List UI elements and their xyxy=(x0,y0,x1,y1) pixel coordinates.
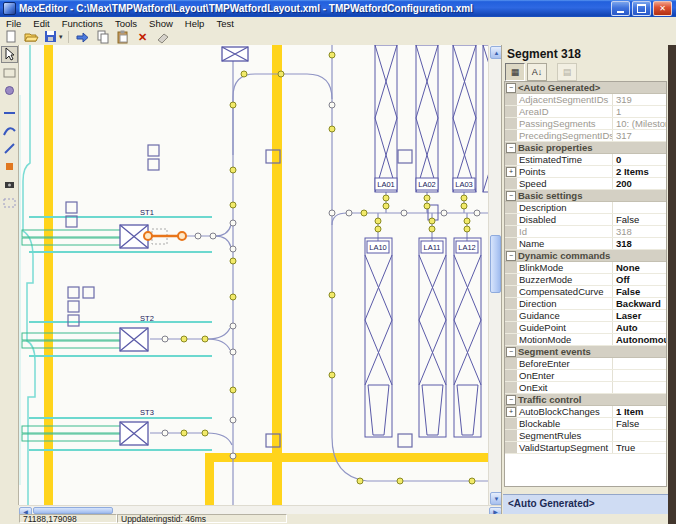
import-arrow-icon xyxy=(75,29,91,45)
cursor-icon xyxy=(2,47,17,62)
property-row[interactable]: +AutoBlockChanges1 Item xyxy=(505,406,666,418)
collapse-icon[interactable]: − xyxy=(506,143,516,153)
menu-show[interactable]: Show xyxy=(143,18,179,29)
pan-tool-button[interactable] xyxy=(1,82,18,99)
property-row[interactable]: OnEnter xyxy=(505,370,666,382)
property-row[interactable]: GuidanceLaser xyxy=(505,310,666,322)
help-splitter[interactable] xyxy=(502,487,669,494)
property-row[interactable]: BlinkModeNone xyxy=(505,262,666,274)
property-row[interactable]: EstimatedTime0 xyxy=(505,154,666,166)
paste-button[interactable] xyxy=(114,30,132,45)
delete-button[interactable]: ✕ xyxy=(134,30,152,45)
property-row[interactable]: BuzzerModeOff xyxy=(505,274,666,286)
property-row[interactable]: Id318 xyxy=(505,226,666,238)
point-icon xyxy=(2,159,17,174)
menu-edit[interactable]: Edit xyxy=(27,18,55,29)
station-boxes[interactable] xyxy=(120,47,248,445)
property-row[interactable]: +Points2 Items xyxy=(505,166,666,178)
select-tool-button[interactable] xyxy=(1,46,18,63)
paste-icon xyxy=(115,29,131,45)
save-button[interactable] xyxy=(42,30,60,45)
property-pages-button[interactable]: ▤ xyxy=(557,63,577,81)
point-tool-button[interactable] xyxy=(1,158,18,175)
status-bar: 71188,179098 Uppdateringstid: 46ms xyxy=(0,514,668,524)
menu-functions[interactable]: Functions xyxy=(56,18,109,29)
station-tool-button[interactable] xyxy=(1,176,18,193)
property-row[interactable]: BeforeEnter xyxy=(505,358,666,370)
property-row[interactable]: PassingSegments10: (Milestone 1104 mm( xyxy=(505,118,666,130)
expand-icon[interactable]: + xyxy=(506,167,516,177)
property-row[interactable]: DirectionBackward xyxy=(505,298,666,310)
open-file-button[interactable] xyxy=(22,30,40,45)
straight-line-icon xyxy=(2,105,17,120)
menu-file[interactable]: File xyxy=(0,18,27,29)
main-toolbar: ▾ ✕ xyxy=(0,29,676,45)
property-row[interactable]: OnExit xyxy=(505,382,666,394)
menu-tools[interactable]: Tools xyxy=(109,18,143,29)
title-bar[interactable]: MaxEditor - C:\Max\TMPWatford\Layout\TMP… xyxy=(0,0,676,17)
property-row[interactable]: DisabledFalse xyxy=(505,214,666,226)
layout-canvas-viewport[interactable]: ST1 ST2 ST3 LA01 LA02 LA03 LA10 LA11 LA1… xyxy=(19,45,488,505)
diagonal-segment-tool-button[interactable] xyxy=(1,140,18,157)
category-traffic-control[interactable]: −Traffic control xyxy=(505,394,666,406)
collapse-icon[interactable]: − xyxy=(506,191,516,201)
canvas-vertical-scrollbar[interactable]: ▲ ▼ xyxy=(488,45,501,505)
category-segment-events[interactable]: −Segment events xyxy=(505,346,666,358)
eraser-button[interactable] xyxy=(154,30,172,45)
category-dynamic-commands[interactable]: −Dynamic commands xyxy=(505,250,666,262)
property-row[interactable]: BlockableFalse xyxy=(505,418,666,430)
alphabetical-view-button[interactable]: A↓ xyxy=(527,63,547,81)
property-row[interactable]: AdjacentSegmentIDs319 xyxy=(505,94,666,106)
diagonal-line-icon xyxy=(2,141,17,156)
save-dropdown-arrow[interactable]: ▾ xyxy=(59,33,63,41)
minimize-button[interactable] xyxy=(611,1,630,16)
waypoint-nodes[interactable] xyxy=(162,102,480,459)
milestone-nodes[interactable] xyxy=(181,52,475,484)
rack-label-la10: LA10 xyxy=(369,243,387,252)
menu-test[interactable]: Test xyxy=(210,18,239,29)
collapse-icon[interactable]: − xyxy=(506,395,516,405)
property-row[interactable]: MotionModeAutonomous xyxy=(505,334,666,346)
new-file-button[interactable] xyxy=(2,30,20,45)
collapse-icon[interactable]: − xyxy=(506,83,516,93)
category-basic-settings[interactable]: −Basic settings xyxy=(505,190,666,202)
app-icon xyxy=(3,2,16,15)
collapse-icon[interactable]: − xyxy=(506,347,516,357)
category-auto-generated[interactable]: −<Auto Generated> xyxy=(505,82,666,94)
property-row[interactable]: PrecedingSegmentIDs317 xyxy=(505,130,666,142)
maximize-button[interactable] xyxy=(632,1,651,16)
menu-help[interactable]: Help xyxy=(179,18,211,29)
close-button[interactable]: ✕ xyxy=(653,1,672,16)
property-panel: Segment 318 ▦ A↓ ▤ −<Auto Generated> Adj… xyxy=(501,45,668,524)
property-row[interactable]: SegmentRules xyxy=(505,430,666,442)
rack-rows-bottom xyxy=(365,238,481,437)
vertical-scroll-thumb[interactable] xyxy=(490,235,501,293)
layout-drawing[interactable]: ST1 ST2 ST3 LA01 LA02 LA03 LA10 LA11 LA1… xyxy=(19,45,488,505)
toolbar-separator xyxy=(68,31,69,43)
categorized-view-button[interactable]: ▦ xyxy=(505,63,525,81)
canvas-horizontal-scrollbar[interactable]: ◀ ▶ xyxy=(19,505,501,514)
expand-icon[interactable]: + xyxy=(506,407,516,417)
save-icon xyxy=(43,29,59,45)
copy-icon xyxy=(95,29,111,45)
property-row[interactable]: AreaID1 xyxy=(505,106,666,118)
category-basic-properties[interactable]: −Basic properties xyxy=(505,142,666,154)
property-row[interactable]: Name318 xyxy=(505,238,666,250)
canvas-labels: ST1 ST2 ST3 LA01 LA02 LA03 LA10 LA11 LA1… xyxy=(140,180,476,417)
drawing-tool-palette xyxy=(0,45,19,505)
copy-button[interactable] xyxy=(94,30,112,45)
area-icon xyxy=(2,195,17,210)
collapse-icon[interactable]: − xyxy=(506,251,516,261)
property-row[interactable]: Speed200 xyxy=(505,178,666,190)
curve-segment-tool-button[interactable] xyxy=(1,122,18,139)
property-row[interactable]: Description xyxy=(505,202,666,214)
property-row[interactable]: CompensatedCurveFalse xyxy=(505,286,666,298)
property-row[interactable]: ValidStartupSegmentTrue xyxy=(505,442,666,454)
straight-segment-tool-button[interactable] xyxy=(1,104,18,121)
horizontal-scroll-thumb[interactable] xyxy=(33,507,113,514)
area-tool-button[interactable] xyxy=(1,194,18,211)
property-row[interactable]: GuidePointAuto xyxy=(505,322,666,334)
import-button[interactable] xyxy=(74,30,92,45)
rectangle-tool-button[interactable] xyxy=(1,64,18,81)
property-grid[interactable]: −<Auto Generated> AdjacentSegmentIDs319 … xyxy=(504,81,667,487)
